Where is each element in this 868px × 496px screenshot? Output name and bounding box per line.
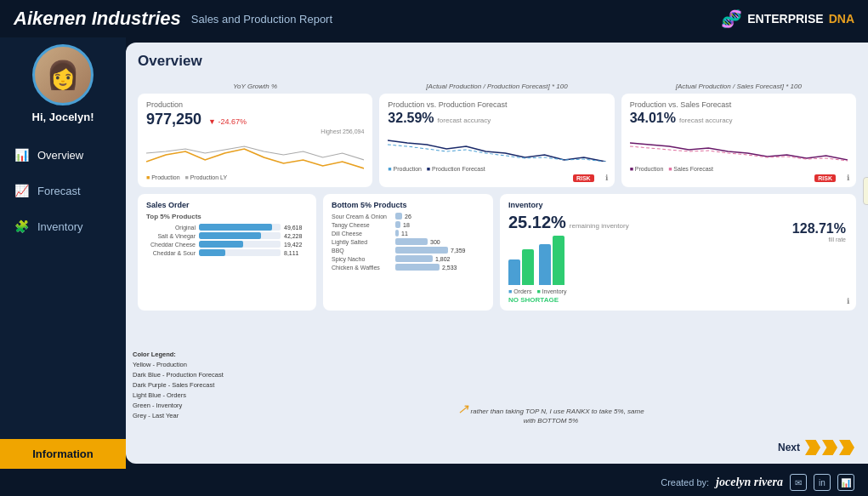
top5-subtitle: Top 5% Products [146,213,308,220]
b5-bar-2 [395,230,399,237]
overview-icon: 📊 [12,145,31,164]
orders-bar-1 [508,259,520,285]
next-arrows [805,440,854,455]
inventory-title: Inventory [508,201,848,209]
avatar: 👩 [32,44,94,105]
prod-sales-sub: forecast accuracy [679,117,733,124]
annotation-yoy: YoY Growth % [233,83,277,90]
b5-row-5: Spicy Nacho 1,802 [332,255,485,262]
b5-label-2: Dill Cheese [332,231,393,237]
sidebar-item-inventory[interactable]: 🧩 Inventory [0,208,126,244]
legend-title: Color Legend: [133,350,224,360]
b5-bar-1 [395,221,400,228]
bar-val-1: 42,228 [284,233,308,239]
inv-pct: 25.12% [508,213,566,232]
legend-item-3: Light Blue - Orders [133,391,224,401]
company-name: Aikenen Industries [14,8,181,30]
dna-icon: 🧬 [721,9,742,29]
production-delta: ▼ -24.67% [208,117,247,126]
overview-label: Overview [37,149,83,162]
bar-row-3: Cheddar & Sour 8,111 [146,249,308,256]
legend-item-4: Green - Inventory [133,401,224,411]
b5-row-0: Sour Cream & Onion 26 [332,213,485,219]
b5-val-6: 2,533 [442,265,462,271]
dynamic-note-2: [Total Inventory - Consumed Units / Tota… [863,177,868,205]
prod-sales-pct: 34.01% [630,111,676,126]
legend-item-2: Dark Purple - Sales Forecast [133,380,224,391]
enterprise-label: ENTERPRISE [747,12,823,26]
linkedin-icon[interactable]: in [814,474,831,491]
bottom-note: ↗ rather than taking TOP N, I use RANKX … [457,401,644,425]
bar-val-0: 49,618 [284,225,308,231]
b5-label-1: Tangy Cheese [332,222,393,228]
prod-legend: ■ Production ■ Production LY [146,174,364,180]
bar-track-0 [199,224,281,231]
prod-forecast-sub: forecast accuracy [438,117,491,124]
inv-sub2: fill rate [792,237,846,242]
inventory-card: Inventory 25.12% remaining inventory [500,194,856,311]
inv-pct2: 128.71% [792,221,846,237]
info-icon-2[interactable]: ℹ [847,174,849,182]
b5-bar-3 [395,238,428,245]
production-chart [146,136,364,170]
bottom5-title: Bottom 5% Products [332,201,485,209]
b5-row-6: Chicken & Waffles 2,533 [332,264,485,271]
bar-fill-1 [199,232,261,239]
bar-row-2: Cheddar Cheese 19,422 [146,241,308,248]
logo: 🧬 ENTERPRISE DNA [721,9,854,29]
b5-label-3: Lightly Salted [332,239,393,245]
bar-val-2: 19,422 [284,242,308,248]
sidebar-item-overview[interactable]: 📊 Overview [0,137,126,173]
b5-val-2: 11 [401,231,422,237]
b5-bar-5 [395,255,433,262]
creator-name: jocelyn rivera [716,476,783,489]
chart-icon[interactable]: 📊 [837,474,854,491]
bar-row-0: Original 49,618 [146,224,308,231]
arrow-2 [822,440,837,455]
risk-badge-1: RISK [573,174,594,182]
bar-label-1: Salt & Vinegar [146,233,196,239]
production-value: 977,250 [146,111,201,128]
sales-order-title: Sales Order [146,201,308,209]
production-card: Production 977,250 ▼ -24.67% Highest 256… [138,94,372,187]
prod-forecast-label: Production vs. Production Forecast [388,100,605,109]
b5-row-1: Tangy Cheese 18 [332,221,485,228]
orders-bar-2 [539,244,551,285]
footer: Created by: jocelyn rivera ✉ in 📊 [0,469,868,496]
b5-row-4: BBQ 7,359 [332,247,485,254]
inv-legend: ■ Orders ■ Inventory [508,288,848,294]
information-button[interactable]: Information [0,439,126,469]
inv-sub: remaining inventory [570,222,629,230]
b5-val-1: 18 [403,222,423,228]
prod-forecast-chart [388,128,605,162]
b5-val-0: 26 [405,214,425,219]
inventory-label: Inventory [37,220,82,233]
prod-sales-label: Production vs. Sales Forecast [630,100,848,109]
b5-row-3: Lightly Salted 300 [332,238,485,245]
b5-row-2: Dill Cheese 11 [332,230,485,237]
no-shortage: NO SHORTAGE [508,296,848,304]
info-icon-1[interactable]: ℹ [605,174,608,182]
top-cards: Production 977,250 ▼ -24.67% Highest 256… [138,94,856,187]
report-title: Sales and Production Report [191,13,332,26]
bar-track-1 [199,232,281,239]
bar-row-1: Salt & Vinegar 42,228 [146,232,308,239]
bar-fill-2 [199,241,243,248]
legend-item-0: Yellow - Production [133,360,224,370]
dna-label: DNA [829,12,854,26]
bar-label-3: Cheddar & Sour [146,250,196,256]
b5-bar-0 [395,213,402,219]
sidebar: 👩 Hi, Jocelyn! 📊 Overview 📈 Forecast 🧩 I… [0,37,126,469]
legend-item-5: Grey - Last Year [133,411,224,421]
pf-legend: ■ Production ■ Production Forecast [388,166,605,172]
prod-sales-card: Production vs. Sales Forecast 34.01% for… [621,94,856,187]
next-button[interactable]: Next [778,440,854,455]
bar-label-2: Cheddar Cheese [146,242,196,248]
bar-fill-3 [199,249,225,256]
info-icon-3[interactable]: ℹ [847,297,849,305]
email-icon[interactable]: ✉ [790,474,807,491]
b5-label-0: Sour Cream & Onion [332,214,393,219]
bottom-cards: Sales Order Top 5% Products Original 49,… [138,194,856,311]
sidebar-item-forecast[interactable]: 📈 Forecast [0,173,126,208]
inv-bar-1 [522,249,534,285]
